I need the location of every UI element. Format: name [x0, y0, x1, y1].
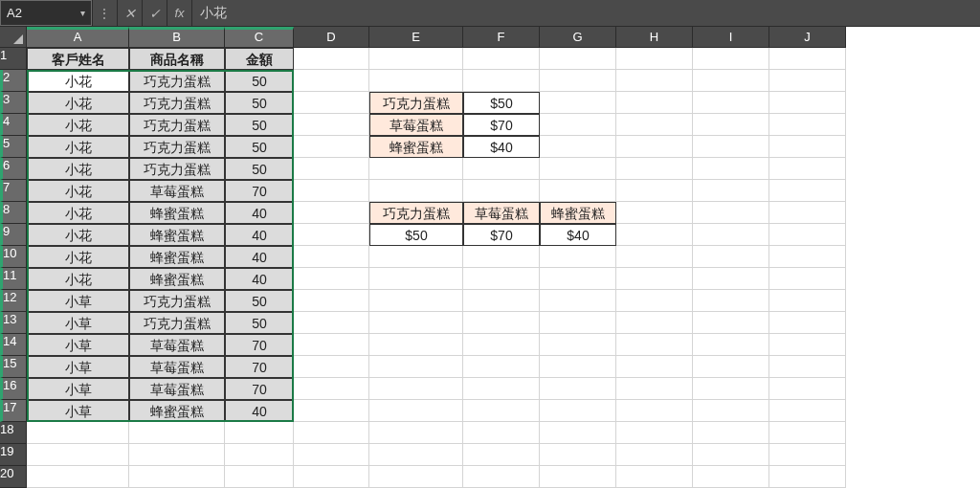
cell-H20[interactable]	[616, 466, 693, 488]
spreadsheet-grid[interactable]: ABCDEFGHIJ1客戶姓名商品名稱金額2小花巧克力蛋糕503小花巧克力蛋糕5…	[0, 27, 980, 488]
cell-J5[interactable]	[769, 136, 846, 158]
row-header-18[interactable]: 18	[0, 422, 27, 444]
cell-G4[interactable]	[540, 114, 616, 136]
row-header-15[interactable]: 15	[0, 356, 27, 378]
cell-J19[interactable]	[769, 444, 846, 466]
cell-H16[interactable]	[616, 378, 693, 400]
cell-A6[interactable]: 小花	[27, 158, 129, 180]
cell-C2[interactable]: 50	[225, 70, 294, 92]
cell-J13[interactable]	[769, 312, 846, 334]
cell-I16[interactable]	[693, 378, 769, 400]
row-header-8[interactable]: 8	[0, 202, 27, 224]
row-header-10[interactable]: 10	[0, 246, 27, 268]
column-header-D[interactable]: D	[294, 27, 369, 48]
cell-G10[interactable]	[540, 246, 616, 268]
cell-D2[interactable]	[294, 70, 369, 92]
row-header-9[interactable]: 9	[0, 224, 27, 246]
cell-B16[interactable]: 草莓蛋糕	[129, 378, 225, 400]
cell-C12[interactable]: 50	[225, 290, 294, 312]
cell-J3[interactable]	[769, 92, 846, 114]
cell-E9[interactable]: $50	[369, 224, 463, 246]
cell-I1[interactable]	[693, 48, 769, 70]
cell-J4[interactable]	[769, 114, 846, 136]
cell-J15[interactable]	[769, 356, 846, 378]
select-all-corner[interactable]	[0, 27, 27, 48]
cell-A8[interactable]: 小花	[27, 202, 129, 224]
cell-J16[interactable]	[769, 378, 846, 400]
cell-G17[interactable]	[540, 400, 616, 422]
cell-I9[interactable]	[693, 224, 769, 246]
cell-D10[interactable]	[294, 246, 369, 268]
cell-C8[interactable]: 40	[225, 202, 294, 224]
cell-J20[interactable]	[769, 466, 846, 488]
cell-G2[interactable]	[540, 70, 616, 92]
cell-D17[interactable]	[294, 400, 369, 422]
cell-G11[interactable]	[540, 268, 616, 290]
cell-B1[interactable]: 商品名稱	[129, 48, 225, 70]
column-header-B[interactable]: B	[129, 27, 225, 48]
cell-B8[interactable]: 蜂蜜蛋糕	[129, 202, 225, 224]
cell-H15[interactable]	[616, 356, 693, 378]
cell-B12[interactable]: 巧克力蛋糕	[129, 290, 225, 312]
cell-E4[interactable]: 草莓蛋糕	[369, 114, 463, 136]
cell-G12[interactable]	[540, 290, 616, 312]
cell-F7[interactable]	[463, 180, 540, 202]
cell-E2[interactable]	[369, 70, 463, 92]
cell-I2[interactable]	[693, 70, 769, 92]
row-header-3[interactable]: 3	[0, 92, 27, 114]
cell-B3[interactable]: 巧克力蛋糕	[129, 92, 225, 114]
cell-I13[interactable]	[693, 312, 769, 334]
cell-F20[interactable]	[463, 466, 540, 488]
cell-J6[interactable]	[769, 158, 846, 180]
cell-E19[interactable]	[369, 444, 463, 466]
cell-E20[interactable]	[369, 466, 463, 488]
column-header-H[interactable]: H	[616, 27, 693, 48]
cell-B19[interactable]	[129, 444, 225, 466]
cell-D13[interactable]	[294, 312, 369, 334]
cell-C4[interactable]: 50	[225, 114, 294, 136]
cell-F1[interactable]	[463, 48, 540, 70]
column-header-I[interactable]: I	[693, 27, 769, 48]
cell-B20[interactable]	[129, 466, 225, 488]
cell-F19[interactable]	[463, 444, 540, 466]
cell-C10[interactable]: 40	[225, 246, 294, 268]
cell-C7[interactable]: 70	[225, 180, 294, 202]
cell-I20[interactable]	[693, 466, 769, 488]
cell-D11[interactable]	[294, 268, 369, 290]
cell-I8[interactable]	[693, 202, 769, 224]
cell-B2[interactable]: 巧克力蛋糕	[129, 70, 225, 92]
cell-H12[interactable]	[616, 290, 693, 312]
cell-C3[interactable]: 50	[225, 92, 294, 114]
cell-B4[interactable]: 巧克力蛋糕	[129, 114, 225, 136]
cell-I7[interactable]	[693, 180, 769, 202]
cell-A3[interactable]: 小花	[27, 92, 129, 114]
cell-J8[interactable]	[769, 202, 846, 224]
cell-E3[interactable]: 巧克力蛋糕	[369, 92, 463, 114]
cell-H9[interactable]	[616, 224, 693, 246]
cell-B7[interactable]: 草莓蛋糕	[129, 180, 225, 202]
cell-H2[interactable]	[616, 70, 693, 92]
cell-I19[interactable]	[693, 444, 769, 466]
cell-G7[interactable]	[540, 180, 616, 202]
cell-E1[interactable]	[369, 48, 463, 70]
row-header-12[interactable]: 12	[0, 290, 27, 312]
cell-E15[interactable]	[369, 356, 463, 378]
cell-A9[interactable]: 小花	[27, 224, 129, 246]
cell-E11[interactable]	[369, 268, 463, 290]
cell-A16[interactable]: 小草	[27, 378, 129, 400]
cell-B13[interactable]: 巧克力蛋糕	[129, 312, 225, 334]
cell-H3[interactable]	[616, 92, 693, 114]
cell-G19[interactable]	[540, 444, 616, 466]
cell-F16[interactable]	[463, 378, 540, 400]
cell-A19[interactable]	[27, 444, 129, 466]
cell-D7[interactable]	[294, 180, 369, 202]
cell-G3[interactable]	[540, 92, 616, 114]
cell-B18[interactable]	[129, 422, 225, 444]
cell-H1[interactable]	[616, 48, 693, 70]
cell-F2[interactable]	[463, 70, 540, 92]
cell-C11[interactable]: 40	[225, 268, 294, 290]
cell-G14[interactable]	[540, 334, 616, 356]
cell-F15[interactable]	[463, 356, 540, 378]
cell-J12[interactable]	[769, 290, 846, 312]
cell-G5[interactable]	[540, 136, 616, 158]
